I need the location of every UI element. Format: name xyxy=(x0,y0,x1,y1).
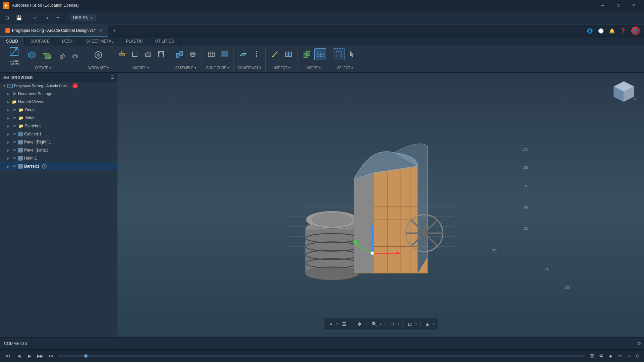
root-expand-arrow[interactable]: ▼ xyxy=(3,84,6,88)
active-tab[interactable]: 🐙 Frogtopus Racing - Arcade Cabinet Desi… xyxy=(0,25,108,37)
assemble-group-label[interactable]: ASSEMBLE ▼ xyxy=(175,66,197,70)
doc-settings-arrow[interactable]: ▶ xyxy=(7,92,10,96)
browser-item-document-settings[interactable]: ▶ ⚙ Document Settings xyxy=(0,90,117,98)
panel-left-arrow[interactable]: ▶ xyxy=(7,148,10,152)
construct-group-label[interactable]: CONSTRUCT ▼ xyxy=(237,66,262,70)
minimize-button[interactable]: ─ xyxy=(595,0,610,11)
save-button[interactable]: 💾 xyxy=(14,13,23,22)
viewport[interactable]: 125 100 75 50 25 -50 -75 -100 xyxy=(117,73,644,337)
timeline-keyframe-icon[interactable]: ◆ xyxy=(607,352,614,360)
tab-mesh[interactable]: MESH xyxy=(56,37,80,46)
tab-notify-icon[interactable]: 🔔 xyxy=(609,28,615,34)
effects-button[interactable]: ⊞ ▼ xyxy=(423,319,435,329)
anim-last-button[interactable]: ⏭ xyxy=(47,352,55,360)
create-extrude-button[interactable] xyxy=(41,48,54,64)
browser-item-barrel[interactable]: ▶ 👁 Barrel:1 ● xyxy=(0,162,117,170)
anim-settings-button[interactable]: ⚙ xyxy=(636,353,640,359)
anim-play-button[interactable]: ▶ xyxy=(25,352,34,360)
modify-shell[interactable] xyxy=(155,48,167,60)
user-avatar[interactable]: 👤 xyxy=(631,26,640,35)
origin-visibility[interactable]: 👁 xyxy=(11,107,17,113)
modify-press-pull[interactable] xyxy=(116,48,128,60)
configure-table[interactable] xyxy=(205,48,217,60)
browser-item-helm[interactable]: ▶ 👁 Helm:1 xyxy=(0,154,117,162)
timeline-storyboard-icon[interactable]: 📽 xyxy=(597,352,605,360)
redo-button[interactable]: ↪ xyxy=(42,13,51,22)
tab-history-icon[interactable]: 🕐 xyxy=(598,28,604,34)
undo-dropdown[interactable]: ▼ xyxy=(53,13,63,22)
panel-right-arrow[interactable]: ▶ xyxy=(7,140,10,144)
browser-menu-icon[interactable]: ☰ xyxy=(111,75,114,80)
cabinet-arrow[interactable]: ▶ xyxy=(7,132,10,136)
sketches-visibility[interactable]: 👁 xyxy=(11,123,17,129)
grid-button[interactable]: ☰ xyxy=(340,319,349,329)
timeline-marker-icon[interactable]: ▲ xyxy=(626,352,633,360)
joints-visibility[interactable]: 👁 xyxy=(11,115,17,121)
tab-utilities[interactable]: UTILITIES xyxy=(149,37,180,46)
create-sketch-button[interactable]: Create Sketch xyxy=(5,48,23,64)
zoom-button[interactable]: 🔍 ▼ xyxy=(370,319,382,329)
barrel-arrow[interactable]: ▶ xyxy=(7,165,10,168)
close-button[interactable]: ✕ xyxy=(626,0,641,11)
tab-close-icon[interactable]: ✕ xyxy=(99,28,102,33)
named-views-arrow[interactable]: ▶ xyxy=(7,100,10,104)
browser-item-panel-left[interactable]: ▶ 👁 Panel (Left):1 xyxy=(0,146,117,154)
automate-button[interactable] xyxy=(89,48,108,64)
anim-next-button[interactable]: ▶▶ xyxy=(36,352,44,360)
timeline[interactable] xyxy=(58,355,585,357)
pan-button[interactable]: ✥ xyxy=(355,319,364,329)
create-hole-button[interactable] xyxy=(69,50,81,62)
comments-button[interactable]: COMMENTS xyxy=(0,338,32,349)
timeline-camera-icon[interactable]: 🎬 xyxy=(588,352,595,360)
panel-right-visibility[interactable]: 👁 xyxy=(11,139,17,145)
tab-sheet-metal[interactable]: SHEET METAL xyxy=(80,37,120,46)
inspect-cross-section[interactable] xyxy=(282,48,294,60)
tab-surface[interactable]: SURFACE xyxy=(24,37,56,46)
display-mode-button[interactable]: ◻ ▼ xyxy=(388,319,400,329)
anim-first-button[interactable]: ⏮ xyxy=(4,352,12,360)
modify-chamfer[interactable] xyxy=(142,48,154,60)
browser-item-named-views[interactable]: ▶ 📁 Named Views xyxy=(0,98,117,106)
barrel-visibility[interactable]: 👁 xyxy=(11,164,17,169)
browser-root[interactable]: ▼ Frogtopus Racing - Arcade Cabi... 1 xyxy=(0,82,117,90)
cabinet-visibility[interactable]: 👁 xyxy=(11,131,17,137)
browser-item-panel-right[interactable]: ▶ 👁 Panel (Right):1 xyxy=(0,138,117,146)
tab-help-icon[interactable]: ❓ xyxy=(620,28,626,34)
select-box[interactable] xyxy=(333,48,345,60)
insert-group-label[interactable]: INSERT ▼ xyxy=(306,66,321,70)
panel-left-visibility[interactable]: 👁 xyxy=(11,147,17,153)
select-cursor[interactable] xyxy=(346,48,358,60)
inspect-group-label[interactable]: INSPECT ▼ xyxy=(273,66,290,70)
bottom-settings-button[interactable]: ⚙ xyxy=(634,341,644,346)
tab-plastic[interactable]: PLASTIC xyxy=(120,37,149,46)
modify-group-label[interactable]: MODIFY ▼ xyxy=(133,66,150,70)
create-form-button[interactable] xyxy=(24,48,40,64)
sketches-arrow[interactable]: ▶ xyxy=(7,124,10,128)
helm-arrow[interactable]: ▶ xyxy=(7,157,10,160)
browser-collapse-icon[interactable]: ◀◀ xyxy=(3,75,9,80)
origin-arrow[interactable]: ▶ xyxy=(7,108,10,112)
browser-item-joints[interactable]: ▶ 👁 📁 Joints xyxy=(0,114,117,122)
view-cube[interactable] xyxy=(610,80,637,107)
timeline-thumb[interactable] xyxy=(84,354,88,358)
maximize-button[interactable]: □ xyxy=(610,0,626,11)
assemble-new-component[interactable] xyxy=(173,48,185,60)
joints-arrow[interactable]: ▶ xyxy=(7,116,10,120)
design-dropdown[interactable]: DESIGN ▼ xyxy=(70,14,96,21)
new-tab-button[interactable]: ＋ xyxy=(108,25,121,37)
construct-axis[interactable] xyxy=(251,48,263,60)
browser-item-cabinet[interactable]: ▶ 👁 Cabinet:1 xyxy=(0,130,117,138)
undo-button[interactable]: ↩ xyxy=(31,13,40,22)
browser-item-origin[interactable]: ▶ 👁 📁 Origin xyxy=(0,106,117,114)
visual-style-button[interactable]: ⊡ ▼ xyxy=(405,319,417,329)
configure-rules[interactable] xyxy=(219,48,231,60)
automate-group-label[interactable]: AUTOMATE ▼ xyxy=(88,66,109,70)
insert-derive[interactable] xyxy=(301,48,313,60)
select-group-label[interactable]: SELECT ▼ xyxy=(337,66,354,70)
tab-solid[interactable]: SOLID xyxy=(0,37,24,46)
new-button[interactable]: 🗋 xyxy=(3,13,12,22)
tab-online-icon[interactable]: 🌐 xyxy=(587,28,593,34)
insert-canvas[interactable] xyxy=(314,48,326,60)
timeline-envelope-icon[interactable]: ✉ xyxy=(616,352,624,360)
construct-plane[interactable] xyxy=(237,48,249,60)
